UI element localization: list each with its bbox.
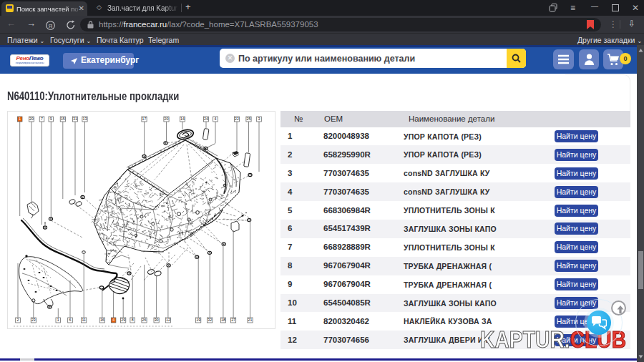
svg-text:21: 21	[248, 318, 253, 322]
svg-text:17: 17	[142, 117, 147, 121]
svg-text:2: 2	[17, 318, 19, 322]
svg-text:13: 13	[83, 117, 87, 121]
svg-text:27: 27	[231, 318, 235, 322]
svg-text:12: 12	[166, 318, 170, 322]
svg-text:11: 11	[82, 318, 86, 322]
svg-text:20: 20	[29, 117, 34, 121]
svg-text:20: 20	[165, 117, 169, 121]
svg-text:1: 1	[57, 318, 59, 322]
svg-text:19: 19	[196, 318, 200, 322]
svg-text:6: 6	[69, 318, 72, 322]
svg-text:18: 18	[221, 318, 225, 322]
svg-text:14: 14	[180, 117, 185, 121]
svg-text:24: 24	[204, 117, 208, 121]
svg-text:32: 32	[208, 318, 212, 322]
svg-text:29: 29	[121, 318, 125, 322]
svg-text:16: 16	[100, 318, 104, 322]
svg-text:22: 22	[235, 117, 239, 121]
svg-text:8: 8	[132, 318, 134, 322]
svg-text:15: 15	[61, 117, 65, 121]
svg-text:4: 4	[112, 318, 114, 322]
svg-text:7: 7	[41, 117, 43, 121]
svg-text:9: 9	[50, 117, 52, 121]
svg-text:31: 31	[73, 117, 77, 121]
svg-text:25: 25	[247, 117, 251, 121]
svg-text:26: 26	[142, 318, 147, 322]
svg-text:Я: Я	[49, 22, 53, 29]
svg-text:23: 23	[31, 318, 36, 322]
svg-text:3: 3	[258, 117, 260, 121]
svg-text:4: 4	[215, 117, 217, 121]
svg-text:1: 1	[19, 117, 21, 121]
svg-text:30: 30	[155, 318, 159, 322]
